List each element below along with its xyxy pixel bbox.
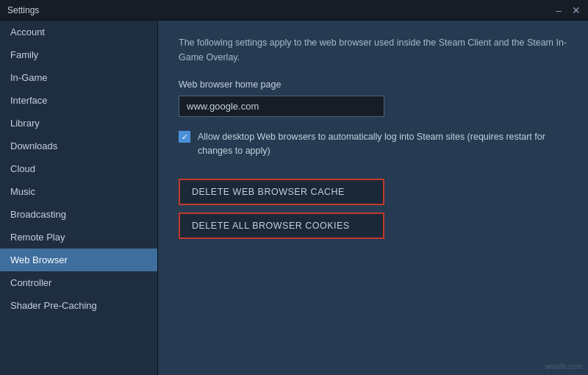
sidebar-item-family[interactable]: Family: [0, 43, 157, 66]
window-controls: – ✕: [554, 5, 582, 15]
sidebar-item-cloud[interactable]: Cloud: [0, 157, 157, 180]
delete-cookies-button[interactable]: DELETE ALL BROWSER COOKIES: [179, 213, 384, 239]
home-page-input[interactable]: [179, 96, 384, 117]
sidebar-item-in-game[interactable]: In-Game: [0, 66, 157, 89]
minimize-button[interactable]: –: [554, 5, 563, 15]
titlebar: Settings – ✕: [0, 0, 588, 21]
main-layout: AccountFamilyIn-GameInterfaceLibraryDown…: [0, 21, 588, 375]
sidebar-item-remote-play[interactable]: Remote Play: [0, 226, 157, 249]
home-page-label: Web browser home page: [179, 79, 567, 90]
delete-cache-button[interactable]: DELETE WEB BROWSER CACHE: [179, 179, 384, 205]
sidebar: AccountFamilyIn-GameInterfaceLibraryDown…: [0, 21, 158, 375]
home-page-section: Web browser home page: [179, 79, 567, 117]
checkbox-label: Allow desktop Web browsers to automatica…: [198, 130, 567, 158]
sidebar-item-broadcasting[interactable]: Broadcasting: [0, 203, 157, 226]
close-button[interactable]: ✕: [570, 5, 582, 15]
sidebar-item-web-browser[interactable]: Web Browser: [0, 249, 157, 271]
description-text: The following settings apply to the web …: [179, 35, 567, 65]
sidebar-item-library[interactable]: Library: [0, 112, 157, 135]
sidebar-item-controller[interactable]: Controller: [0, 271, 157, 294]
sidebar-item-interface[interactable]: Interface: [0, 89, 157, 112]
sidebar-item-downloads[interactable]: Downloads: [0, 135, 157, 157]
sidebar-item-music[interactable]: Music: [0, 180, 157, 203]
sidebar-item-account[interactable]: Account: [0, 21, 157, 43]
watermark: wsxdn.com: [545, 362, 582, 371]
sidebar-item-shader-pre-caching[interactable]: Shader Pre-Caching: [0, 294, 157, 317]
content-area: The following settings apply to the web …: [158, 21, 588, 375]
checkmark-icon: ✓: [182, 133, 188, 141]
checkbox-row: ✓ Allow desktop Web browsers to automati…: [179, 130, 567, 158]
window-title: Settings: [7, 5, 39, 15]
auto-login-checkbox[interactable]: ✓: [179, 131, 190, 143]
